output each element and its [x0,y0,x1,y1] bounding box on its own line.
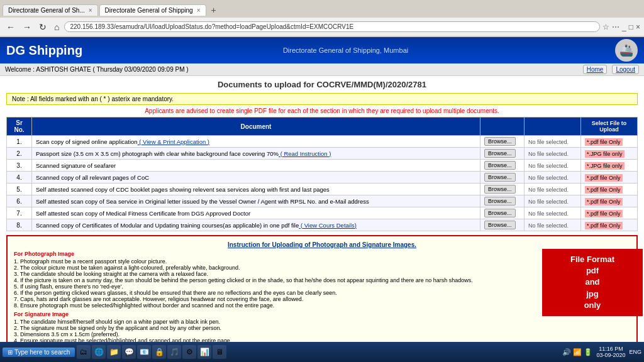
taskbar-icon-7[interactable]: 🎵 [167,345,181,359]
no-file-cell: No file selected. [525,148,581,160]
browse-cell: Browse... [480,195,525,207]
no-file-text: No file selected. [528,187,569,193]
browse-button[interactable]: Browse... [484,137,516,146]
format-line4: jpg [586,289,599,299]
browse-button[interactable]: Browse... [484,149,516,158]
logout-link[interactable]: Logout [612,65,639,74]
no-file-cell: No file selected. [525,219,581,231]
document-link[interactable]: ( View & Print Application ) [138,138,209,145]
clock: 11:16 PM 03-09-2020 [596,346,625,358]
browse-button[interactable]: Browse... [484,197,516,206]
browse-button[interactable]: Browse... [484,185,516,194]
row-number: 7. [7,207,32,219]
taskbar-icon-6[interactable]: 🔒 [152,345,166,359]
table-row: 7.Self attested scan copy of Medical Fit… [7,207,638,219]
row-number: 1. [7,136,32,148]
main-content: Documents to upload for COCRVE/MMD(M)/20… [0,76,644,346]
signature-instruction-item: 2. The signature must be signed only by … [14,325,630,331]
row-number: 3. [7,160,32,172]
taskbar-icon-1[interactable]: 🗂 [77,345,91,359]
photo-instruction-item: 4. If the picture is taken on a sunny da… [14,277,630,283]
browse-button[interactable]: Browse... [484,161,516,170]
tab-active[interactable]: Directorate General of Shipping × [99,4,206,16]
window-close-icon[interactable]: × [636,23,640,31]
browse-cell: Browse... [480,207,525,219]
col-header-select: Select File to Upload [581,118,638,136]
tab-label: Directorate General of Sh... [8,7,85,14]
row-number: 5. [7,184,32,195]
browse-button[interactable]: Browse... [484,173,516,182]
instructions-title[interactable]: Instruction for Uploading of Photograph … [14,241,630,248]
signature-instruction-item: 3. Dimensions 3.5 cm x 1.5cm (preferred)… [14,331,630,337]
row-number: 2. [7,148,32,160]
file-format-label: File Format pdf and jpg only [542,249,643,316]
table-row: 6.Self attested scan copy of Sea service… [7,195,638,207]
new-tab-button[interactable]: + [208,5,220,15]
bookmark-icon[interactable]: ☆ [602,23,609,31]
row-document: Self attested scan copy of Medical Fitne… [32,207,480,219]
tab-bar: Directorate General of Sh... × Directora… [0,0,644,18]
browse-cell: Browse... [480,219,525,231]
browse-button[interactable]: Browse... [484,221,516,229]
taskbar-icon-10[interactable]: 🖥 [213,345,226,359]
taskbar-icon-8[interactable]: ⚙ [182,345,196,359]
signature-instruction-item: 1. The candidate himself/herself should … [14,319,630,325]
no-file-text: No file selected. [528,199,569,205]
document-link[interactable]: ( Read Instruction ) [279,150,331,157]
address-bar[interactable] [64,21,600,32]
note-text: Note : All fields marked with an ( * ) a… [12,96,174,102]
photo-instruction-item: 6. If the person getting clicked wears g… [14,290,630,296]
tab-inactive[interactable]: Directorate General of Sh... × [3,4,98,16]
row-document: Self attested scan copy of Sea service i… [32,195,480,207]
col-header-document: Document [32,118,480,136]
taskbar-icon-3[interactable]: 📁 [107,345,121,359]
back-nav-btn[interactable]: ← [4,21,18,33]
file-type-cell: *.pdf file Only [581,195,638,207]
format-line5: only [584,300,601,310]
table-row: 4.Scanned copy of all relevant pages of … [7,172,638,184]
row-document: Passport size (3.5 cm X 3.5 cm) photogra… [32,148,480,160]
forward-nav-btn[interactable]: → [20,21,34,33]
no-file-text: No file selected. [528,151,569,157]
home-link[interactable]: Home [583,65,608,74]
file-type-cell: *.pdf file Only [581,207,638,219]
browse-cell: Browse... [480,184,525,195]
menu-icon[interactable]: ⋯ [612,23,619,31]
app-title: DG Shipping [6,43,82,58]
row-document: Scanned signature of seafarer [32,160,480,172]
file-type-cell: *.pdf file Only [581,184,638,195]
refresh-btn[interactable]: ↻ [36,21,49,33]
signature-heading: For Signature Image [14,311,630,317]
clock-date: 03-09-2020 [596,352,625,358]
home-nav-btn[interactable]: ⌂ [52,21,62,33]
browse-button[interactable]: Browse... [484,209,516,217]
welcome-bar: Welcome : ASHITOSH GHATE ( Thursday 03/0… [0,63,644,76]
file-type-badge: *.pdf file Only [585,174,623,182]
maximize-icon[interactable]: □ [629,23,633,31]
tab-close-active-btn[interactable]: × [197,7,201,14]
taskbar-icon-9[interactable]: 📊 [197,345,211,359]
table-row: 3.Scanned signature of seafarerBrowse...… [7,160,638,172]
taskbar-icon-2[interactable]: 🌐 [92,345,106,359]
minimize-icon[interactable]: _ [622,23,626,31]
taskbar-icon-4[interactable]: 💬 [122,345,136,359]
document-link[interactable]: ( View Cours Details) [299,222,357,229]
browse-cell: Browse... [480,172,525,184]
no-file-text: No file selected. [528,211,569,217]
tray-icon-1: 🔊 [562,348,571,356]
no-file-text: No file selected. [528,163,569,169]
start-button[interactable]: ⊞ Type here to search [3,348,75,357]
tray-icon-2: 📶 [573,348,582,356]
table-row: 8.Scanned copy of Certificates of Modula… [7,219,638,231]
no-file-cell: No file selected. [525,195,581,207]
browser-chrome: Directorate General of Sh... × Directora… [0,0,644,37]
photo-instruction-item: 2. The colour picture must be taken agai… [14,265,630,271]
format-line3: and [585,277,599,287]
home-logout-bar: Home Logout [583,65,639,74]
photo-items-list: 1. Photograph must be a recent passport … [14,258,630,309]
tray-icon-3: 🔋 [584,348,592,356]
instructions-box: Instruction for Uploading of Photograph … [6,235,638,346]
page-title: Documents to upload for COCRVE/MMD(M)/20… [6,80,638,89]
taskbar-icon-5[interactable]: 📧 [137,345,151,359]
tab-close-btn[interactable]: × [89,7,92,14]
